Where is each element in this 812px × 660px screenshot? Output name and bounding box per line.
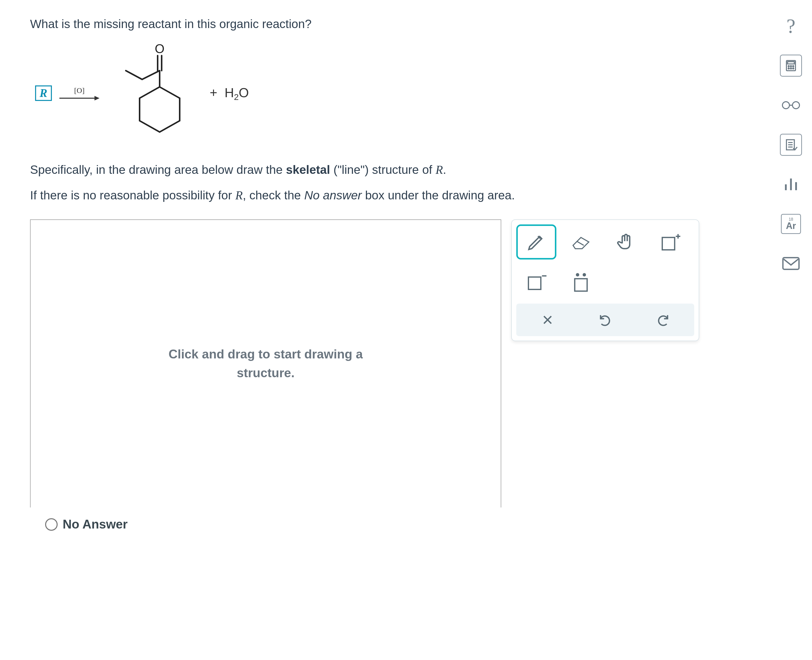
hand-icon — [615, 232, 636, 252]
side-toolbar: ? 18 Ar — [780, 15, 802, 274]
svg-point-22 — [788, 66, 790, 67]
svg-point-17 — [583, 273, 586, 276]
drawing-canvas[interactable]: Click and drag to start drawing a struct… — [30, 219, 501, 508]
svg-point-26 — [790, 68, 792, 69]
question-title: What is the missing reactant in this org… — [30, 15, 782, 33]
reaction-arrow: [O] — [59, 85, 100, 102]
svg-rect-10 — [663, 238, 675, 250]
eraser-tool[interactable] — [561, 224, 601, 260]
checklist-button[interactable] — [780, 134, 802, 156]
calculator-icon — [784, 59, 798, 72]
help-icon: ? — [787, 15, 796, 38]
svg-rect-21 — [788, 62, 795, 64]
glasses-icon — [781, 99, 801, 111]
charge-plus-icon — [659, 231, 682, 253]
drawing-toolbox — [511, 219, 699, 341]
calculator-button[interactable] — [780, 55, 802, 77]
reactant-r-box: R — [35, 86, 52, 101]
redo-icon — [656, 313, 670, 327]
instruction-line-1: Specifically, in the drawing area below … — [30, 161, 782, 179]
svg-rect-13 — [529, 277, 541, 290]
svg-point-24 — [793, 66, 794, 67]
svg-line-7 — [126, 71, 142, 79]
pencil-icon — [526, 232, 547, 252]
lone-pair-tool[interactable] — [561, 264, 601, 299]
svg-line-9 — [577, 241, 584, 246]
close-icon — [541, 314, 554, 326]
svg-text:O: O — [155, 42, 164, 56]
charge-minus-icon — [525, 270, 548, 293]
bar-chart-icon — [782, 176, 800, 193]
drawing-placeholder: Click and drag to start drawing a struct… — [168, 345, 363, 382]
svg-marker-2 — [140, 87, 180, 132]
charge-plus-tool[interactable] — [650, 224, 690, 260]
periodic-table-icon: 18 Ar — [781, 214, 801, 234]
undo-button[interactable] — [594, 309, 617, 331]
pencil-tool[interactable] — [516, 224, 556, 260]
reaction-scheme: R [O] O + H2O — [35, 46, 782, 141]
svg-point-27 — [793, 68, 794, 69]
hand-tool[interactable] — [605, 224, 645, 260]
clear-button[interactable] — [536, 309, 559, 331]
checklist-icon — [784, 138, 798, 152]
bar-chart-button[interactable] — [780, 173, 802, 195]
svg-marker-1 — [94, 96, 100, 100]
envelope-button[interactable] — [780, 252, 802, 274]
redo-button[interactable] — [652, 309, 674, 331]
svg-point-16 — [576, 273, 579, 276]
instruction-line-2: If there is no reasonable possibility fo… — [30, 186, 782, 205]
plus-h2o: + H2O — [210, 83, 249, 103]
envelope-icon — [782, 257, 800, 270]
periodic-table-button[interactable]: 18 Ar — [780, 213, 802, 235]
no-answer-checkbox[interactable] — [45, 518, 58, 531]
glasses-button[interactable] — [780, 94, 802, 116]
svg-point-23 — [790, 66, 792, 67]
svg-line-6 — [142, 71, 160, 79]
svg-point-25 — [788, 68, 790, 69]
charge-minus-tool[interactable] — [516, 264, 556, 299]
no-answer-label: No Answer — [63, 515, 127, 534]
eraser-icon — [570, 233, 592, 251]
svg-point-28 — [782, 102, 790, 109]
undo-icon — [598, 313, 612, 327]
product-molecule: O — [107, 46, 197, 141]
svg-point-29 — [793, 102, 799, 109]
help-button[interactable]: ? — [780, 15, 802, 37]
svg-rect-15 — [575, 279, 587, 291]
svg-rect-37 — [783, 258, 799, 270]
lone-pair-icon — [570, 270, 592, 293]
